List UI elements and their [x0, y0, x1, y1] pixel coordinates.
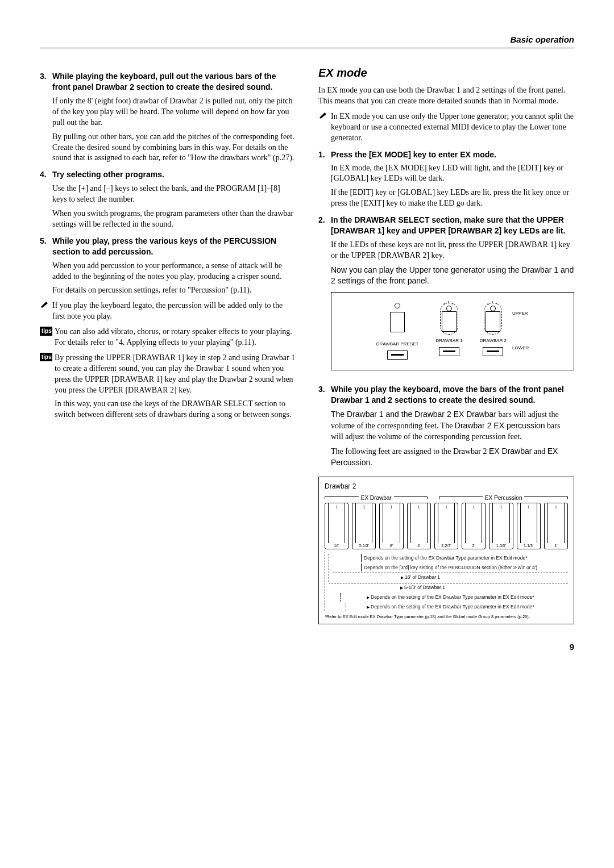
left-column: 3. While playing the keyboard, pull out …	[40, 65, 296, 624]
dsel-label-upper: UPPER	[512, 311, 529, 317]
dsel-label-preset: DRAWBAR PRESET	[376, 341, 419, 348]
db2-annot-1: Depends on the setting of the EX Drawbar…	[361, 554, 568, 562]
page-number: 9	[40, 641, 574, 653]
drawbar2-diagram: Drawbar 2 EX Drawbar EX Percussion 116' …	[318, 477, 574, 624]
ex-step-1-body-1: In EX mode, the [EX MODE] key LED will l…	[331, 163, 574, 185]
header-section-title: Basic operation	[40, 34, 574, 45]
ex-step-2-number: 2.	[318, 215, 331, 226]
db2-ex-percussion-label: EX Percussion	[485, 494, 522, 502]
tips-icon: tips	[40, 353, 52, 362]
dsel-label-lower: LOWER	[512, 345, 529, 352]
db2-title: Drawbar 2	[325, 482, 568, 491]
svg-line-5	[443, 303, 445, 304]
db2-annot-5: Depends on the setting of the EX Drawbar…	[344, 593, 568, 602]
step-5-body-1: When you add percussion to your performa…	[52, 261, 296, 282]
svg-line-8	[487, 303, 489, 304]
pencil-icon	[40, 301, 52, 310]
ex-step-2-body-1: If the LEDs of these keys are not lit, p…	[331, 240, 574, 261]
step-3-body-1: If only the 8' (eight foot) drawbar of D…	[52, 96, 296, 128]
step-3: 3. While playing the keyboard, pull out …	[40, 71, 296, 93]
svg-line-9	[496, 303, 497, 304]
note-legato: If you play the keyboard legato, the per…	[40, 301, 296, 322]
drawbar-icon: 11-1/3'	[517, 503, 541, 549]
dsel-col-preset: DRAWBAR PRESET	[376, 303, 419, 360]
step-4-number: 4.	[40, 169, 52, 180]
drawbar-icon: 11-3/5'	[489, 503, 513, 549]
step-4: 4. Try selecting other programs.	[40, 169, 296, 180]
button-icon	[442, 311, 457, 332]
tip-drawbar-switch-text-2: In this way, you can use the keys of the…	[55, 399, 296, 420]
svg-line-6	[452, 303, 454, 304]
ex-step-1-number: 1.	[318, 149, 331, 160]
ex-step-3-body-2: The following feet are assigned to the D…	[331, 446, 574, 469]
step-4-heading: Try selecting other programs.	[52, 169, 296, 180]
svg-marker-0	[40, 302, 48, 308]
led-lit-icon	[446, 306, 452, 311]
ex-mode-heading: EX mode	[318, 65, 574, 81]
db2-annot-4: 5-1/3' of Drawbar 1	[329, 583, 568, 592]
step-4-body-2: When you switch programs, the program pa…	[52, 208, 296, 230]
step-3-body-2: By pulling out other bars, you can add t…	[52, 132, 296, 164]
dsel-label-drawbar1: DRAWBAR 1	[435, 338, 462, 344]
svg-marker-2	[319, 112, 326, 119]
led-icon	[395, 303, 400, 308]
step-3-number: 3.	[40, 71, 52, 82]
pencil-icon	[318, 111, 331, 121]
step-4-body-1: Use the [+] and [–] keys to select the b…	[52, 183, 296, 205]
db2-ex-drawbar-label: EX Drawbar	[361, 494, 392, 502]
step-5: 5. While you play, press the various key…	[40, 236, 296, 257]
drawbar-icon: 18'	[379, 503, 403, 549]
ex-step-3: 3. While you play the keyboard, move the…	[318, 384, 574, 406]
ex-step-3-body-1: The Drawbar 1 and the Drawbar 2 EX Drawb…	[331, 409, 574, 443]
ex-step-2: 2. In the DRAWBAR SELECT section, make s…	[318, 215, 574, 236]
ex-step-1-body-2: If the [EDIT] key or [GLOBAL] key LEDs a…	[331, 187, 574, 209]
note-legato-text: If you play the keyboard legato, the per…	[52, 301, 296, 322]
dsel-col-drawbar2: DRAWBAR 2	[480, 303, 507, 357]
drawbar-select-diagram: DRAWBAR PRESET DRAWBAR 1	[331, 292, 574, 371]
drawbar-icon: 15-1/3'	[352, 503, 376, 549]
dashed-highlight-icon	[440, 303, 458, 335]
dsel-label-drawbar2: DRAWBAR 2	[480, 338, 507, 344]
tip-effects-text: You can also add vibrato, chorus, or rot…	[52, 327, 296, 348]
tip-drawbar-switch: tips By pressing the UPPER [DRAWBAR 1] k…	[40, 353, 296, 420]
tip-drawbar-switch-text: By pressing the UPPER [DRAWBAR 1] key in…	[55, 353, 296, 396]
led-lit-icon	[490, 306, 496, 311]
db2-drawbar-row: 116' 15-1/3' 18' 14' 12-2/3' 12' 11-3/5'…	[325, 503, 568, 549]
note-ex-upper-only: In EX mode you can use only the Upper to…	[318, 111, 574, 144]
drawbar-icon: 11'	[544, 503, 568, 549]
drawbar-icon: 116'	[325, 503, 349, 549]
ex-step-3-heading: While you play the keyboard, move the ba…	[331, 384, 574, 406]
button-lower-icon	[483, 347, 503, 356]
button-lower-icon	[439, 347, 459, 356]
header-rule	[40, 48, 574, 48]
dashed-highlight-icon	[484, 303, 502, 335]
step-5-heading: While you play, press the various keys o…	[52, 236, 296, 257]
ex-step-1-heading: Press the [EX MODE] key to enter EX mode…	[331, 150, 496, 159]
step-3-heading: While playing the keyboard, pull out the…	[52, 71, 296, 93]
dsel-col-drawbar1: DRAWBAR 1	[435, 303, 462, 357]
right-column: EX mode In EX mode you can use both the …	[318, 65, 574, 624]
drawbar-icon: 12'	[462, 503, 486, 549]
db2-annot-2: Depends on the [3rd] key setting of the …	[361, 564, 568, 572]
ex-step-1: 1. Press the [EX MODE] key to enter EX m…	[318, 149, 574, 185]
ex-step-2-heading: In the DRAWBAR SELECT section, make sure…	[331, 215, 574, 236]
tip-effects: tips You can also add vibrato, chorus, o…	[40, 327, 296, 348]
note-ex-upper-only-text: In EX mode you can use only the Upper to…	[331, 111, 574, 144]
ex-step-3-number: 3.	[318, 384, 331, 395]
ex-step-2-body-2: Now you can play the Upper tone generato…	[331, 265, 574, 286]
button-icon	[390, 312, 405, 332]
button-icon	[486, 311, 500, 332]
step-5-number: 5.	[40, 236, 52, 247]
db2-annot-3: 16' of Drawbar 1	[333, 573, 568, 582]
tips-icon: tips	[40, 327, 52, 336]
button-lower-icon	[387, 350, 408, 360]
ex-mode-intro: In EX mode you can use both the Drawbar …	[318, 85, 574, 107]
drawbar-icon: 12-2/3'	[434, 503, 458, 549]
step-5-body-2: For details on percussion settings, refe…	[52, 285, 296, 296]
db2-annot-6: Depends on the setting of the EX Drawbar…	[350, 603, 568, 611]
db2-footnote: *Refer to EX Edit mode EX Drawbar Type p…	[325, 614, 568, 620]
drawbar-icon: 14'	[407, 503, 431, 549]
